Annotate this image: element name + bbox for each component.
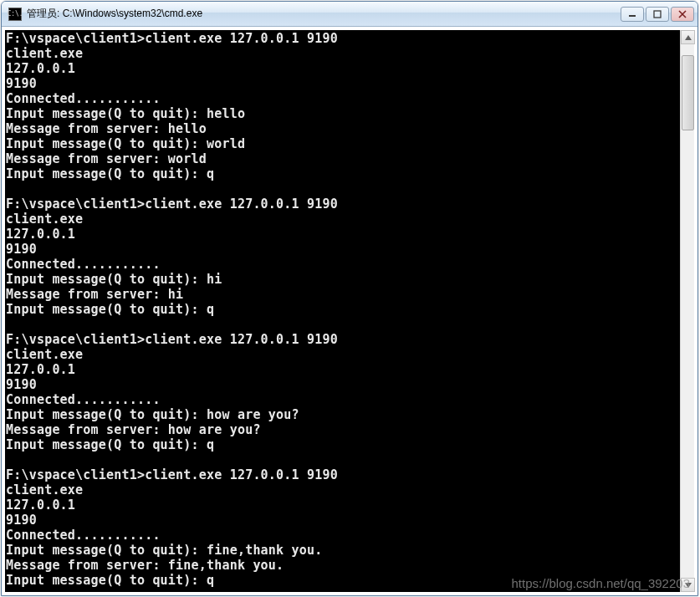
terminal-line: Connected...........: [6, 91, 680, 106]
terminal-line: client.exe: [6, 347, 680, 362]
terminal-line: [6, 452, 680, 467]
terminal-line: F:\vspace\client1>client.exe 127.0.0.1 9…: [6, 332, 680, 347]
client-area: F:\vspace\client1>client.exe 127.0.0.1 9…: [2, 27, 697, 595]
terminal-line: Input message(Q to quit): fine,thank you…: [6, 543, 680, 558]
terminal-line: 127.0.0.1: [6, 498, 680, 513]
chevron-up-icon: [685, 35, 692, 40]
minimize-icon: [628, 11, 636, 18]
terminal-line: Input message(Q to quit): q: [6, 166, 680, 181]
scroll-down-button[interactable]: [681, 578, 695, 592]
vertical-scrollbar[interactable]: [680, 30, 694, 592]
terminal-line: 127.0.0.1: [6, 61, 680, 76]
scroll-thumb[interactable]: [682, 55, 694, 130]
terminal-line: [6, 588, 680, 592]
close-icon: [678, 10, 687, 18]
terminal-line: Message from server: world: [6, 151, 680, 166]
maximize-button[interactable]: [646, 7, 669, 22]
app-icon: C:\.: [8, 8, 22, 21]
terminal-line: F:\vspace\client1>client.exe 127.0.0.1 9…: [6, 31, 680, 46]
terminal-line: F:\vspace\client1>client.exe 127.0.0.1 9…: [6, 196, 680, 212]
terminal-line: Input message(Q to quit): hi: [6, 272, 680, 287]
terminal-line: 9190: [6, 377, 680, 392]
terminal-line: 9190: [6, 76, 680, 91]
window-title: 管理员: C:\Windows\system32\cmd.exe: [27, 7, 621, 21]
terminal-line: F:\vspace\client1>client.exe 127.0.0.1 9…: [6, 467, 680, 482]
terminal-output[interactable]: F:\vspace\client1>client.exe 127.0.0.1 9…: [5, 30, 680, 592]
terminal-line: 127.0.0.1: [6, 227, 680, 242]
close-button[interactable]: [671, 7, 694, 22]
terminal-line: Connected...........: [6, 392, 680, 407]
scroll-up-button[interactable]: [681, 30, 695, 44]
terminal-line: client.exe: [6, 482, 680, 498]
terminal-line: Message from server: hi: [6, 287, 680, 302]
terminal-line: Message from server: how are you?: [6, 422, 680, 437]
terminal-line: Input message(Q to quit): q: [6, 437, 680, 452]
cmd-window: C:\. 管理员: C:\Windows\system32\cmd.exe F:…: [1, 1, 698, 596]
minimize-button[interactable]: [621, 7, 644, 22]
svg-marker-5: [685, 583, 692, 588]
window-controls: [621, 7, 694, 22]
terminal-line: Input message(Q to quit): q: [6, 302, 680, 317]
terminal-line: Input message(Q to quit): how are you?: [6, 407, 680, 422]
terminal-line: Message from server: fine,thank you.: [6, 558, 680, 573]
terminal-line: Connected...........: [6, 528, 680, 543]
svg-rect-1: [654, 11, 661, 18]
terminal-line: [6, 181, 680, 196]
terminal-line: 9190: [6, 513, 680, 528]
terminal-line: client.exe: [6, 212, 680, 227]
titlebar[interactable]: C:\. 管理员: C:\Windows\system32\cmd.exe: [2, 2, 697, 27]
maximize-icon: [653, 10, 662, 18]
terminal-line: Input message(Q to quit): world: [6, 136, 680, 151]
terminal-line: 127.0.0.1: [6, 362, 680, 377]
terminal-line: Message from server: hello: [6, 121, 680, 136]
terminal-line: [6, 317, 680, 332]
terminal-line: 9190: [6, 242, 680, 257]
terminal-line: client.exe: [6, 46, 680, 61]
terminal-line: Connected...........: [6, 257, 680, 272]
terminal-line: Input message(Q to quit): q: [6, 573, 680, 588]
svg-marker-4: [685, 35, 692, 40]
terminal-line: Input message(Q to quit): hello: [6, 106, 680, 121]
chevron-down-icon: [685, 583, 692, 588]
